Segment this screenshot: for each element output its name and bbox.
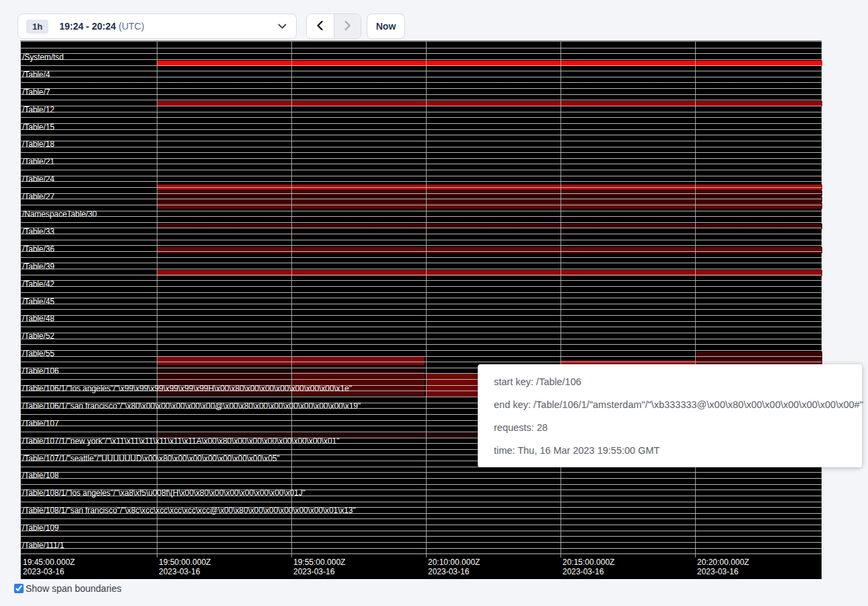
hover-tooltip: start key: /Table/106 end key: /Table/10… [478,364,862,467]
heatmap-band [291,372,425,396]
row-label: /Table/36 [22,245,55,253]
time-gridline [291,42,292,558]
tooltip-end-key: end key: /Table/106/1/"amsterdam"/"\xb33… [494,393,846,416]
row-label: /Table/108/1/"los angeles"/"\xa8\xf5\u00… [22,489,305,497]
x-axis-tick-time: 19:50:00.000Z [159,558,211,567]
tooltip-start-key: start key: /Table/106 [494,370,846,393]
tooltip-requests: requests: 28 [494,416,846,439]
show-span-boundaries-toggle[interactable]: Show span boundaries [14,583,121,594]
heatmap-band [157,372,291,396]
row-label: /Table/4 [22,71,50,79]
heatmap-band [157,191,822,196]
next-interval-button[interactable] [334,14,361,38]
preset-badge: 1h [26,20,48,34]
chevron-right-icon [344,20,351,33]
x-axis-tick-date: 2023-03-16 [563,567,614,576]
row-label: /Table/106 [22,367,59,375]
row-label: /Table/39 [22,263,55,271]
x-axis-tick-date: 2023-03-16 [293,567,345,576]
row-label: /Table/55 [22,349,55,358]
x-axis-tick: 20:15:00.000Z2023-03-16 [563,558,614,576]
heatmap-band [157,101,822,106]
heatmap-band [157,224,822,229]
row-label: /Table/21 [22,158,55,166]
row-label: /Table/12 [22,106,55,114]
row-label: /Table/24 [22,175,55,183]
x-axis-tick-time: 20:15:00.000Z [563,558,614,567]
x-axis-tick: 19:50:00.000Z2023-03-16 [159,558,211,576]
heatmap-band [426,374,479,397]
row-label: /Table/52 [22,332,55,340]
time-nav-group [306,13,361,39]
x-axis-tick: 20:20:00.000Z2023-03-16 [697,558,749,576]
x-axis-tick-time: 19:55:00.000Z [293,558,345,567]
x-axis-tick-date: 2023-03-16 [697,567,749,576]
time-gridline [426,42,427,558]
time-range-selector[interactable]: 1h 19:24 - 20:24(UTC) [17,13,297,39]
now-button[interactable]: Now [367,13,405,39]
row-label: /Table/108 [22,471,59,479]
x-axis-tick: 19:45:00.000Z2023-03-16 [23,558,75,576]
show-span-boundaries-label: Show span boundaries [26,583,121,594]
row-label: /Table/109 [22,524,59,532]
row-label: /Table/108/1/"san francisco"/"\x8c\xcc\x… [22,506,356,514]
heatmap-band [157,197,822,202]
time-gridline [157,42,157,558]
row-label: /Table/106/1/"san francisco"/"\x80\x00\x… [22,402,361,410]
row-label: /NamespaceTable/30 [22,210,97,218]
x-axis-tick-time: 19:45:00.000Z [23,558,75,567]
x-axis-tick-date: 2023-03-16 [159,567,211,576]
x-axis-tick: 19:55:00.000Z2023-03-16 [293,558,345,576]
show-span-boundaries-checkbox[interactable] [14,584,24,593]
time-gridline [695,42,696,558]
x-axis-tick-time: 20:20:00.000Z [697,558,749,567]
heatmap-band [157,203,822,209]
row-label: /Table/18 [22,140,55,148]
x-axis-tick-date: 2023-03-16 [428,567,480,576]
heatmap-band [157,366,425,371]
time-range-text: 19:24 - 20:24(UTC) [59,21,144,32]
heatmap-band [157,184,822,190]
heatmap-band [157,61,822,66]
row-label: /Table/15 [22,123,55,131]
row-label: /Table/107/1/"new york"/"\x11\x11\x11\x1… [22,437,339,445]
heatmap-band [157,357,425,365]
timezone-label: (UTC) [118,21,144,32]
prev-interval-button[interactable] [307,14,334,38]
tooltip-time: time: Thu, 16 Mar 2023 19:55:00 GMT [494,439,846,462]
time-range-value: 19:24 - 20:24 [59,21,116,32]
heatmap-band [157,270,822,276]
key-visualizer-heatmap[interactable]: /System/tsd/Table/4/Table/7/Table/12/Tab… [20,40,822,579]
row-label: /Table/33 [22,228,55,236]
row-label: /Table/7 [22,88,50,96]
row-label: /Table/27 [22,193,55,201]
row-label: /Table/48 [22,314,55,323]
x-axis-tick-time: 20:10:00.000Z [428,558,480,567]
chevron-left-icon [316,20,324,33]
row-label: /Table/42 [22,280,55,288]
row-label: /System/tsd [22,53,64,61]
row-label: /Table/45 [22,298,55,306]
x-axis-tick: 20:10:00.000Z2023-03-16 [428,558,480,576]
x-axis-tick-date: 2023-03-16 [23,567,75,576]
chevron-down-icon [278,24,287,30]
time-gridline [560,42,561,558]
span-boundary-lines [21,42,822,555]
row-label: /Table/107 [22,419,59,428]
row-label: /Table/107/1/"seattle"/"UUUUUUD\x00\x80\… [22,454,279,463]
row-label: /Table/111/1 [22,541,64,549]
heatmap-band [157,247,822,253]
